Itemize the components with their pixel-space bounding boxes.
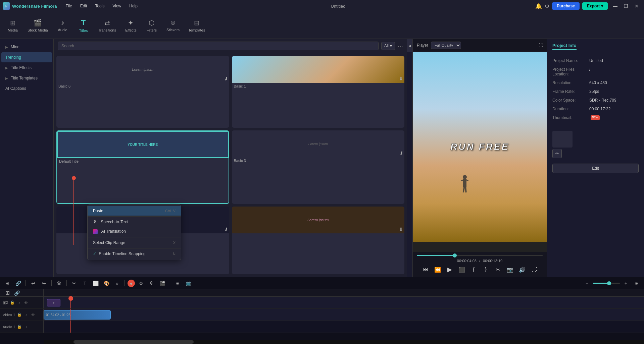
toolbar-stock-media[interactable]: 🎬 Stock Media bbox=[23, 17, 52, 34]
video1-visibility-button[interactable]: 👁 bbox=[30, 312, 36, 318]
progress-bar[interactable] bbox=[417, 255, 543, 256]
toolbar-templates[interactable]: ⊟ Templates bbox=[184, 17, 209, 34]
ctx-item-paste[interactable]: Paste Ctrl+V bbox=[88, 206, 181, 216]
close-button[interactable]: ✕ bbox=[632, 1, 641, 11]
quality-select[interactable]: Full Quality bbox=[431, 42, 461, 49]
ripple-button[interactable]: ● bbox=[128, 280, 135, 287]
menu-edit[interactable]: Edit bbox=[77, 2, 91, 10]
audio1-mute-button[interactable]: ♪ bbox=[23, 324, 29, 330]
magnet-button[interactable]: 🔗 bbox=[13, 279, 23, 288]
snap-button[interactable]: ⚙ bbox=[136, 279, 146, 288]
fullscreen-icon[interactable]: ⛶ bbox=[539, 43, 543, 48]
settings-icon[interactable]: ⚙ bbox=[545, 3, 549, 9]
clip-button[interactable]: ✂ bbox=[493, 265, 503, 274]
menu-help[interactable]: Help bbox=[126, 2, 141, 10]
zoom-out-button[interactable]: － bbox=[582, 279, 592, 288]
filter-dropdown[interactable]: All ▾ bbox=[381, 42, 395, 50]
pip-button[interactable]: 📺 bbox=[184, 279, 193, 288]
sidebar-item-ai-captions[interactable]: AI Captions bbox=[1, 83, 52, 94]
text-button[interactable]: T bbox=[80, 279, 90, 288]
play-button[interactable]: ▶ bbox=[445, 265, 454, 274]
add-track-button[interactable]: ⊞ bbox=[3, 279, 12, 288]
zoom-thumb[interactable] bbox=[607, 281, 611, 285]
panel-collapse-button[interactable]: ◀ bbox=[407, 39, 412, 52]
redo-button[interactable]: ↪ bbox=[39, 279, 49, 288]
menu-view[interactable]: View bbox=[109, 2, 125, 10]
stop-button[interactable]: ⬛ bbox=[457, 265, 466, 274]
split-button[interactable]: ✂ bbox=[69, 279, 79, 288]
progress-thumb[interactable] bbox=[453, 253, 457, 257]
media-card-default-title[interactable]: YOUR TITLE HERE Default Title bbox=[56, 130, 229, 204]
download-icon-lorem2[interactable]: ⬇ bbox=[399, 227, 403, 232]
media-card-basic1[interactable]: ⬇ Basic 1 bbox=[232, 56, 405, 128]
media-card-lorem2[interactable]: Lorem ipsum ⬇ bbox=[232, 207, 405, 274]
ctx-item-speech-to-text[interactable]: 🎙 Speech-to-Text bbox=[88, 217, 181, 227]
mic-button[interactable]: 🎙 bbox=[147, 279, 156, 288]
sidebar-item-title-effects[interactable]: ▶ Title Effects bbox=[1, 63, 52, 73]
search-more-icon[interactable]: ⋯ bbox=[398, 43, 403, 49]
audio1-lock-button[interactable]: 🔒 bbox=[16, 324, 22, 330]
more-tools-button[interactable]: » bbox=[112, 279, 122, 288]
notification-icon[interactable]: 🔔 bbox=[535, 3, 542, 9]
mark-out-button[interactable]: } bbox=[481, 265, 491, 274]
sidebar-item-mine[interactable]: ▶ Mine bbox=[1, 42, 52, 52]
media-card-basic6[interactable]: Lorem ipsum ⬇ Basic 6 bbox=[56, 56, 229, 128]
ctx-snapping-label: ✓ Enable Timeline Snapping bbox=[93, 251, 146, 256]
scrollbar-thumb[interactable] bbox=[73, 340, 194, 344]
snapshot-button[interactable]: 📷 bbox=[505, 265, 515, 274]
title-clip[interactable]: T bbox=[47, 299, 60, 306]
purchase-button[interactable]: Purchase bbox=[552, 2, 580, 10]
sidebar-item-trending[interactable]: Trending bbox=[1, 52, 52, 62]
step-back-button[interactable]: ⏪ bbox=[433, 265, 442, 274]
video1-audio-button[interactable]: ♪ bbox=[23, 312, 29, 318]
download-icon-basic1[interactable]: ⬇ bbox=[399, 76, 403, 81]
ctx-item-enable-snapping[interactable]: ✓ Enable Timeline Snapping N bbox=[88, 249, 181, 259]
undo-button[interactable]: ↩ bbox=[29, 279, 38, 288]
grid-view-button[interactable]: ⊞ bbox=[632, 279, 641, 288]
track2-lock-button[interactable]: 🔒 bbox=[9, 300, 15, 306]
search-input[interactable] bbox=[58, 42, 379, 50]
crop-button[interactable]: ⬜ bbox=[91, 279, 100, 288]
menu-file[interactable]: File bbox=[62, 2, 75, 10]
download-icon-basic6[interactable]: ⬇ bbox=[224, 76, 228, 81]
skip-back-button[interactable]: ⏮ bbox=[421, 265, 430, 274]
color-button[interactable]: 🎨 bbox=[102, 279, 111, 288]
ctx-item-select-clip-range[interactable]: Select Clip Range X bbox=[88, 238, 181, 247]
download-icon-basic3[interactable]: ⬇ bbox=[399, 151, 403, 156]
toolbar-media[interactable]: ⊞ Media bbox=[3, 17, 23, 34]
thumbnail-edit-icon[interactable]: ✏ bbox=[552, 149, 562, 158]
export-button[interactable]: Export ▾ bbox=[582, 2, 608, 10]
menu-tools[interactable]: Tools bbox=[92, 2, 108, 10]
toolbar-audio[interactable]: ♪ Audio bbox=[53, 17, 73, 34]
sidebar-item-title-templates[interactable]: ▶ Title Templates bbox=[1, 73, 52, 83]
video-clip[interactable]: 01:54:02 - 01:25 bbox=[44, 310, 111, 320]
track2-audio-button[interactable]: ♪ bbox=[16, 300, 22, 306]
fullscreen-player-button[interactable]: ⛶ bbox=[530, 265, 539, 274]
media-card-basic3[interactable]: Lorem ipsum ⬇ Basic 3 bbox=[232, 130, 405, 204]
video1-lock-button[interactable]: 🔒 bbox=[16, 312, 22, 318]
toolbar-stickers[interactable]: ☺ Stickers bbox=[162, 17, 184, 34]
toolbar-filters[interactable]: ⬡ Filters bbox=[142, 17, 162, 34]
multi-camera-button[interactable]: ⊞ bbox=[173, 279, 182, 288]
minimize-button[interactable]: — bbox=[610, 1, 620, 11]
download-icon-lorem1[interactable]: ⬇ bbox=[224, 227, 228, 232]
ctx-item-ai-translation[interactable]: AI Translation bbox=[88, 227, 181, 236]
duration-value: 00:00:17:22 bbox=[589, 107, 610, 111]
edit-button[interactable]: Edit bbox=[552, 164, 639, 173]
toolbar-titles[interactable]: T Titles bbox=[73, 16, 94, 35]
volume-button[interactable]: 🔊 bbox=[517, 265, 527, 274]
playhead-handle[interactable] bbox=[68, 296, 73, 301]
track2-visibility-button[interactable]: 👁 bbox=[23, 300, 29, 306]
add-track-ruler-button[interactable]: ⊞ bbox=[3, 289, 12, 297]
toolbar-transitions[interactable]: ⇄ Transitions bbox=[94, 17, 120, 34]
scene-button[interactable]: 🎬 bbox=[158, 279, 167, 288]
toolbar-effects[interactable]: ✦ Effects bbox=[121, 17, 141, 34]
delete-button[interactable]: 🗑 bbox=[54, 279, 64, 288]
ai-captions-label: AI Captions bbox=[5, 86, 26, 91]
lock-button[interactable]: 🔗 bbox=[12, 289, 21, 297]
maximize-button[interactable]: ❐ bbox=[621, 1, 631, 11]
zoom-in-button[interactable]: ＋ bbox=[621, 279, 631, 288]
zoom-bar[interactable] bbox=[593, 283, 620, 284]
info-row-duration: Duration: 00:00:17:22 bbox=[552, 107, 639, 111]
mark-in-button[interactable]: { bbox=[469, 265, 479, 274]
